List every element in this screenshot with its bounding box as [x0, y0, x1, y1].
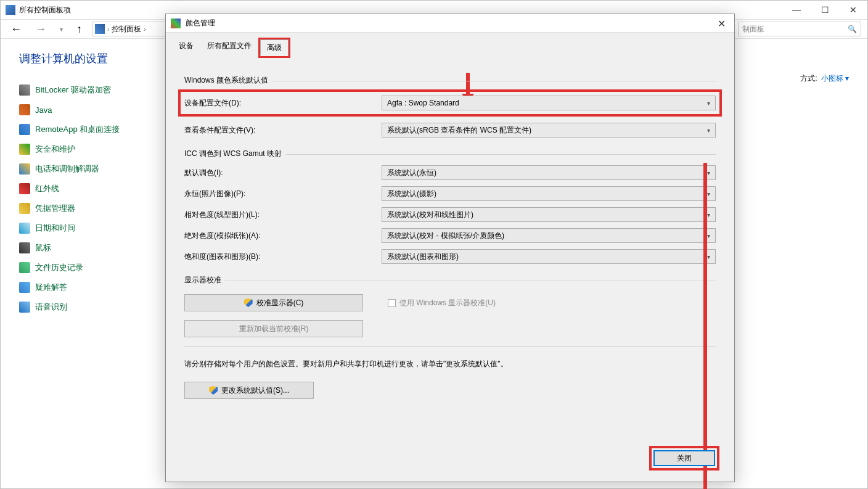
reload-calibration-button: 重新加载当前校准(R)	[184, 320, 363, 337]
chevron-down-icon: ▾	[707, 191, 710, 197]
relative-colorimetric-label: 相对色度(线型图片)(L):	[184, 210, 382, 220]
default-intent-label: 默认调色(I):	[184, 168, 382, 178]
bitlocker-icon	[19, 84, 30, 96]
speech-icon	[19, 302, 30, 313]
history-dropdown[interactable]: ▾	[56, 26, 67, 33]
info-text: 请分别存储对每个用户的颜色设置。要对新用户和共享打印机进行更改，请单击"更改系统…	[184, 359, 716, 369]
color-management-dialog: 颜色管理 ✕ 设备 所有配置文件 高级 Windows 颜色系统默认值 设备配置…	[165, 14, 735, 482]
use-windows-calibration-checkbox[interactable]: 使用 Windows 显示器校准(U)	[388, 298, 496, 308]
relative-colorimetric-combo[interactable]: 系统默认(校对和线性图片)▾	[382, 207, 716, 222]
saturation-label: 饱和度(图表和图形)(B):	[184, 252, 382, 262]
chevron-down-icon: ▾	[707, 127, 710, 134]
shield-icon	[209, 386, 218, 395]
device-profile-label: 设备配置文件(D):	[184, 98, 382, 109]
filehistory-icon	[19, 262, 30, 273]
minimize-button[interactable]: —	[782, 1, 811, 19]
dialog-close-button[interactable]: ✕	[712, 17, 731, 30]
search-icon: 🔍	[848, 25, 857, 33]
shield-icon	[244, 298, 253, 307]
breadcrumb-icon	[95, 24, 105, 34]
viewing-conditions-label: 查看条件配置文件(V):	[184, 125, 382, 136]
infrared-icon	[19, 183, 30, 194]
tab-advanced[interactable]: 高级	[260, 39, 289, 56]
security-icon	[19, 144, 30, 155]
close-button[interactable]: 关闭	[653, 450, 715, 466]
absolute-colorimetric-label: 绝对色度(模拟纸张)(A):	[184, 231, 382, 241]
chevron-down-icon: ▾	[707, 212, 710, 218]
viewing-conditions-combo[interactable]: 系统默认(sRGB 查看条件的 WCS 配置文件) ▾	[382, 123, 716, 138]
maximize-button[interactable]: ☐	[811, 1, 839, 19]
view-mode-selector: 方式: 小图标 ▾	[800, 73, 849, 84]
troubleshoot-icon	[19, 282, 30, 293]
tab-devices[interactable]: 设备	[172, 38, 200, 58]
perceptual-combo[interactable]: 系统默认(摄影)▾	[382, 186, 716, 201]
group-windows-defaults: Windows 颜色系统默认值	[184, 75, 716, 86]
color-management-icon	[171, 18, 181, 28]
phone-icon	[19, 163, 30, 175]
annotation-arrow-vertical	[703, 163, 707, 489]
device-profile-combo[interactable]: Agfa : Swop Standard ▾	[382, 96, 716, 110]
chevron-down-icon: ▾	[707, 100, 710, 107]
remoteapp-icon	[19, 124, 30, 135]
cp-title: 所有控制面板项	[19, 5, 71, 15]
dialog-title: 颜色管理	[186, 18, 215, 28]
calibrate-display-button[interactable]: 校准显示器(C)	[184, 294, 363, 311]
dialog-titlebar[interactable]: 颜色管理 ✕	[166, 14, 734, 33]
chevron-down-icon: ▾	[707, 170, 710, 176]
search-input[interactable]: 制面板 🔍	[738, 22, 861, 36]
mouse-icon	[19, 242, 30, 253]
up-button[interactable]: ↑	[73, 23, 86, 36]
absolute-colorimetric-combo[interactable]: 系统默认(校对 - 模拟纸张/介质颜色)▾	[382, 228, 716, 243]
credentials-icon	[19, 203, 30, 214]
group-icc-gamut: ICC 调色到 WCS Gamut 映射	[184, 149, 716, 159]
back-button[interactable]: ←	[7, 23, 25, 36]
annotation-row-highlight: 设备配置文件(D): Agfa : Swop Standard ▾	[178, 89, 722, 117]
dialog-body: 设备 所有配置文件 高级 Windows 颜色系统默认值 设备配置文件(D): …	[166, 33, 734, 482]
checkbox-icon	[388, 299, 396, 307]
search-placeholder: 制面板	[742, 24, 764, 35]
tab-all-profiles[interactable]: 所有配置文件	[200, 38, 258, 58]
datetime-icon	[19, 223, 30, 234]
annotation-close-highlight: 关闭	[649, 446, 719, 471]
default-intent-combo[interactable]: 系统默认(永恒)▾	[382, 165, 716, 180]
control-panel-icon	[6, 5, 15, 15]
chevron-down-icon: ▾	[707, 253, 710, 260]
forward-button[interactable]: →	[31, 23, 50, 36]
annotation-tab-highlight: 高级	[258, 38, 290, 58]
view-mode-link[interactable]: 小图标 ▾	[821, 73, 849, 84]
saturation-combo[interactable]: 系统默认(图表和图形)▾	[382, 249, 716, 264]
tabs-row: 设备 所有配置文件 高级	[166, 33, 734, 58]
change-system-defaults-button[interactable]: 更改系统默认值(S)...	[184, 382, 314, 399]
chevron-down-icon: ▾	[707, 232, 710, 239]
close-window-button[interactable]: ✕	[839, 1, 867, 19]
breadcrumb-item[interactable]: 控制面板	[112, 24, 141, 35]
java-icon	[19, 104, 30, 115]
group-display-calibration: 显示器校准	[184, 275, 716, 286]
perceptual-label: 永恒(照片图像)(P):	[184, 189, 382, 199]
